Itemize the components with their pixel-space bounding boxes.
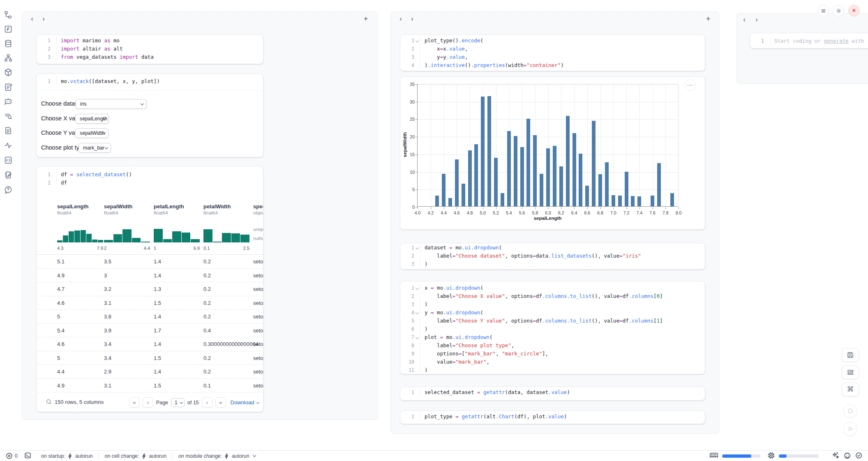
keyboard-shortcuts-button[interactable]: ⌘ — [842, 383, 859, 396]
code-text: label="Choose X value", options=df.colum… — [420, 292, 663, 300]
x-tick-label: 4.8 — [464, 210, 476, 215]
datasources-icon[interactable] — [4, 39, 14, 49]
table-row: 4.63.41.40.30000000000000004setos — [37, 337, 263, 351]
ai-assistant-button[interactable] — [843, 452, 851, 460]
prev-page-button[interactable]: ‹ — [143, 397, 153, 408]
column-scroll-left-button[interactable]: ‹ — [739, 15, 749, 25]
outline-icon[interactable] — [4, 112, 14, 122]
code-text: y=y.value, — [420, 53, 468, 61]
documentation-icon[interactable] — [4, 126, 14, 136]
chart-menu-button[interactable]: ••• — [684, 79, 696, 91]
dropdown-select[interactable]: sepalWidth — [75, 128, 108, 138]
column-scroll-right-button[interactable]: › — [407, 14, 417, 24]
run-button[interactable] — [843, 422, 857, 436]
line-number: 5 — [400, 317, 414, 325]
chart-bar — [540, 174, 543, 206]
code-editor[interactable]: 1import marimo as mo2import altair as al… — [37, 35, 263, 61]
hist-bar — [141, 242, 150, 242]
connection-status-icon[interactable] — [855, 452, 862, 460]
column-scroll-left-button[interactable]: ‹ — [396, 14, 406, 24]
last-page-button[interactable]: » — [215, 397, 226, 408]
cell-empty-editor[interactable]: 1 Start coding or generate with — [750, 33, 868, 48]
dropdown-select[interactable]: iris — [76, 99, 147, 109]
chevron-down-icon — [105, 146, 108, 149]
terminal-icon[interactable] — [24, 452, 31, 460]
code-text: label="Choose Y value", options=df.colum… — [420, 317, 663, 325]
code-text: from vega_datasets import data — [56, 53, 154, 61]
code-editor[interactable]: 1mo.vstack([dataset, x, y, plot]) — [37, 74, 263, 85]
table-cell: setos — [253, 255, 263, 269]
hist-bar — [203, 229, 212, 242]
column-range: 4.37.9 — [57, 246, 103, 251]
close-panel-button[interactable]: ✕ — [848, 5, 860, 16]
code-editor[interactable]: 1selected_dataset = getattr(data, datase… — [400, 387, 705, 396]
tick-mark — [416, 154, 418, 155]
column-scroll-right-button[interactable]: › — [39, 14, 48, 24]
scratchpad-icon[interactable] — [4, 171, 14, 180]
page-of-label: of 15 — [187, 400, 199, 406]
code-editor[interactable]: 1dataset = mo.ui.dropdown(2 label="Choos… — [400, 243, 705, 268]
tick-mark — [431, 207, 431, 209]
chart-bar — [592, 121, 596, 206]
save-button[interactable] — [842, 348, 859, 362]
help-icon[interactable] — [4, 185, 14, 195]
next-page-button[interactable]: › — [202, 397, 212, 408]
column-scroll-right-button[interactable]: › — [752, 15, 762, 25]
snippets-icon[interactable] — [4, 156, 14, 166]
code-editor[interactable]: 1x = mo.ui.dropdown(2 label="Choose X va… — [400, 281, 705, 374]
code-text: df — [56, 179, 67, 187]
line-number: 7 — [400, 333, 414, 341]
hist-bar — [98, 240, 103, 242]
ai-chat-icon[interactable] — [4, 97, 14, 107]
chart-bar — [657, 163, 661, 206]
code-line: 6) — [400, 325, 705, 333]
on-cell-change-setting[interactable]: on cell change: autorun — [104, 453, 166, 459]
tick-mark — [613, 207, 614, 209]
download-button[interactable]: Download — [231, 399, 259, 406]
fold-icon — [414, 309, 420, 317]
y-tick-label: 5 — [404, 187, 415, 192]
functions-icon[interactable] — [4, 25, 14, 35]
dropdown-select[interactable]: mark_bar — [78, 143, 111, 153]
notebook-menu-button[interactable] — [817, 5, 829, 16]
packages-icon[interactable] — [4, 68, 14, 78]
editor-placeholder: Start coding or generate with — [770, 37, 864, 45]
error-count-badge[interactable]: 0 — [6, 452, 18, 459]
code-text: ).interactive().properties(width="contai… — [420, 61, 564, 69]
add-cell-button[interactable]: + — [703, 14, 713, 24]
x-tick-label: 6.4 — [568, 210, 580, 215]
add-cell-button[interactable]: + — [361, 14, 371, 24]
first-page-button[interactable]: « — [129, 397, 140, 408]
code-editor[interactable]: 1df = selected_dataset()2df — [37, 166, 263, 187]
column-histogram — [57, 227, 103, 242]
on-module-change-setting[interactable]: on module change: autorun — [178, 453, 256, 459]
column-histogram — [104, 227, 150, 242]
tracing-icon[interactable] — [4, 141, 14, 151]
code-editor[interactable]: 1plot_type = getattr(alt.Chart(df), plot… — [400, 411, 705, 421]
gridline — [639, 84, 640, 206]
dropdown-select[interactable]: sepalLength — [75, 114, 109, 124]
layout-toggle-button[interactable] — [842, 365, 859, 379]
x-tick-label: 4.4 — [438, 210, 450, 215]
code-editor[interactable]: 1plot_type().encode(2 x=x.value,3 y=y.va… — [400, 35, 705, 69]
column-scroll-left-button[interactable]: ‹ — [27, 14, 37, 24]
column-type: float64 — [203, 210, 218, 215]
code-line: 2 x=x.value, — [400, 45, 705, 53]
on-startup-setting[interactable]: on startup: autorun — [41, 453, 92, 459]
settings-gear-button[interactable] — [833, 5, 844, 16]
code-line: 1plot_type().encode( — [400, 37, 705, 45]
search-icon[interactable] — [46, 399, 52, 407]
bolt-icon — [142, 453, 147, 459]
logs-icon[interactable] — [4, 83, 14, 92]
chart-bar — [474, 144, 478, 206]
ai-sparkles-button[interactable] — [832, 452, 839, 460]
stop-button[interactable] — [843, 404, 857, 418]
generate-link[interactable]: generate — [824, 38, 848, 44]
chart-bar — [501, 193, 504, 206]
column-range: 0.12.5 — [203, 246, 249, 251]
chart-plot-area[interactable]: 051015202530354.04.24.44.64.85.05.25.45.… — [417, 84, 678, 207]
page-select[interactable]: 1 — [171, 398, 185, 407]
dependency-graph-icon[interactable] — [4, 53, 14, 63]
fold-icon — [414, 333, 420, 341]
file-explorer-icon[interactable] — [4, 10, 14, 20]
